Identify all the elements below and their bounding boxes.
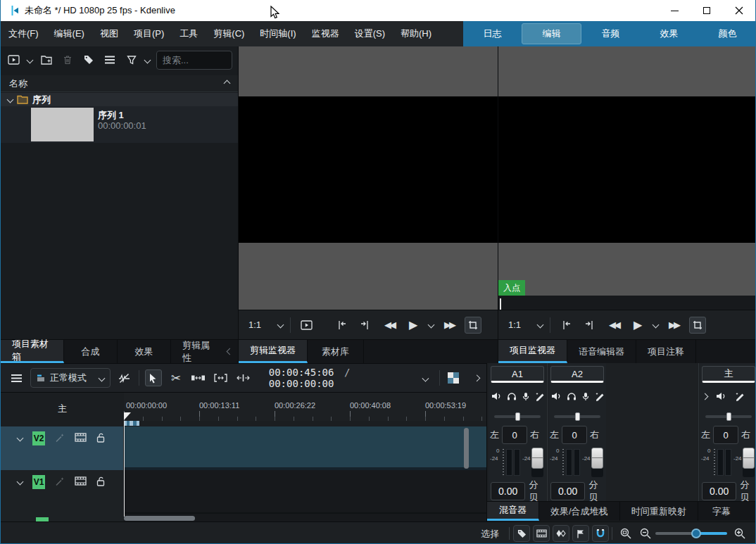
record-icon[interactable] [522,392,530,401]
volume-fader[interactable] [591,448,603,477]
effects-icon[interactable] [595,392,605,401]
channel-name-button[interactable]: A2 [550,366,604,383]
monitor-playhead[interactable] [500,298,501,310]
snap-magnet-button[interactable] [592,525,609,542]
delete-icon[interactable] [60,52,75,68]
menu-monitor[interactable]: 监视器 [304,21,347,46]
volume-db-value[interactable]: 0.00 [550,482,585,500]
monitor-zoom-level[interactable]: 1:1 [248,320,261,330]
balance-value[interactable]: 0 [502,426,527,444]
minimize-button[interactable] [658,0,691,21]
solo-icon[interactable] [507,392,517,400]
bin-column-header[interactable]: 名称 [1,75,238,92]
folder-expand-icon[interactable] [7,96,14,103]
volume-fader[interactable] [743,448,755,477]
track-v1-header[interactable]: V1 [1,470,123,514]
zoom-dropdown-icon[interactable] [277,322,284,329]
timeline-ruler[interactable]: 00:00:00:00 00:00:13:11 00:00:26:22 00:0… [124,393,486,421]
track-partial-header[interactable] [1,514,123,521]
track-type-video-icon[interactable] [75,433,87,442]
tab-project-notes[interactable]: 项目注释 [636,340,696,363]
show-keyframes-button[interactable] [553,525,569,542]
razor-tool-icon[interactable]: ✂ [168,369,184,386]
track-v1-badge[interactable]: V1 [32,475,45,489]
effects-icon[interactable] [535,392,545,401]
close-button[interactable] [723,0,755,21]
project-monitor-video[interactable] [498,96,756,243]
playhead-flag[interactable] [124,412,131,420]
bin-folder-row[interactable]: 序列 [1,93,238,106]
track-type-video-icon[interactable] [75,476,87,486]
tab-scroll-left-icon[interactable] [227,348,234,355]
balance-value[interactable]: 0 [713,426,738,444]
toolbar-overflow-icon[interactable] [474,374,481,381]
collapse-icon[interactable] [224,80,231,87]
timeline-zone-bar[interactable] [124,421,139,426]
track-lock-icon[interactable] [96,433,105,443]
solo-icon[interactable] [567,392,577,400]
play-options-icon[interactable] [653,322,660,329]
zoom-dropdown-icon[interactable] [537,322,544,329]
balance-slider[interactable] [554,412,600,421]
volume-fader[interactable] [531,448,543,477]
tab-project-bin[interactable]: 项目素材箱 [1,340,64,363]
workspace-tab-effects[interactable]: 效果 [640,21,698,46]
menu-timeline[interactable]: 时间轴(I) [252,21,303,46]
create-folder-icon[interactable] [39,52,53,68]
menu-clip[interactable]: 剪辑(C) [206,21,252,46]
record-icon[interactable] [581,392,590,401]
track-v2-badge[interactable]: V2 [32,431,45,445]
filter-icon[interactable] [124,52,139,68]
track-effects-icon[interactable] [55,433,65,443]
spacer-tool-icon[interactable] [190,369,207,386]
tab-speech-editor[interactable]: 语音编辑器 [567,340,636,363]
track-lock-icon[interactable] [96,476,105,486]
timeline-preview-icon[interactable] [445,369,462,386]
channel-name-button[interactable]: A1 [491,366,544,383]
bin-clip-row[interactable]: 序列 1 00:00:00:01 [1,106,238,143]
clip-monitor-video[interactable] [239,96,498,243]
menu-edit[interactable]: 编辑(E) [46,21,92,46]
play-options-icon[interactable] [428,322,435,329]
workspace-tab-logging[interactable]: 日志 [463,21,522,46]
set-in-point-icon[interactable] [333,317,350,334]
clip-thumbnail[interactable] [31,108,94,141]
timeline-zoom-handle[interactable] [691,529,701,538]
track-collapse-icon[interactable] [17,479,24,486]
zoom-out-icon[interactable] [637,525,654,542]
volume-db-value[interactable]: 0.00 [491,482,525,500]
balance-slider[interactable] [494,412,541,421]
set-in-point-icon[interactable] [557,317,574,334]
timecode-dropdown-icon[interactable] [422,374,429,381]
add-clip-dropdown-icon[interactable] [27,56,34,63]
workspace-tab-color[interactable]: 颜色 [698,21,756,46]
tab-time-remap[interactable]: 时间重新映射 [620,502,698,521]
play-icon[interactable]: ▶ [405,317,422,334]
tab-subtitles[interactable]: 字幕 [698,502,745,521]
track-v2-header[interactable]: V2 [1,426,123,470]
forward-icon[interactable]: ▶▶ [665,317,682,334]
bin-menu-icon[interactable] [103,52,118,68]
maximize-button[interactable] [691,0,723,21]
search-input[interactable] [156,51,232,70]
rewind-icon[interactable]: ◀◀ [605,317,622,334]
overwrite-zone-icon[interactable] [235,369,252,386]
rewind-icon[interactable]: ◀◀ [381,317,398,334]
zone-mode-icon[interactable] [465,317,481,334]
tab-effects[interactable]: 效果 [118,340,171,363]
tab-clip-properties[interactable]: 剪辑属性 [171,340,222,363]
timeline-vertical-scrollbar[interactable] [464,428,469,469]
show-thumbnails-button[interactable] [533,525,550,542]
track-v2-area[interactable] [124,426,486,470]
menu-file[interactable]: 文件(F) [1,21,46,46]
project-monitor-ruler[interactable] [498,296,756,310]
tab-clip-monitor[interactable]: 剪辑监视器 [239,340,308,363]
mute-icon[interactable] [551,392,562,400]
show-markers-button[interactable] [572,525,589,542]
menu-tools[interactable]: 工具 [172,21,206,46]
track-collapse-icon[interactable] [17,435,24,442]
zone-mode-icon[interactable] [689,317,706,334]
effects-icon[interactable] [735,392,745,401]
tab-library[interactable]: 素材库 [308,340,364,363]
timeline-menu-icon[interactable] [8,369,25,386]
